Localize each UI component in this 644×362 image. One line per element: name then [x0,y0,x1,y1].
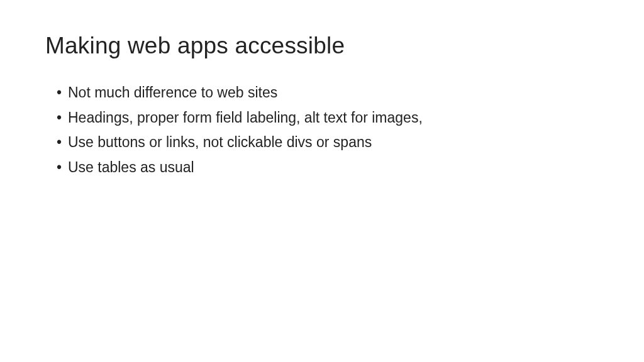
list-item: Use buttons or links, not clickable divs… [57,131,599,154]
list-item: Headings, proper form field labeling, al… [57,107,599,129]
slide-container: Making web apps accessible Not much diff… [0,0,644,362]
list-item: Use tables as usual [57,156,599,179]
bullet-list: Not much difference to web sites Heading… [45,82,599,179]
slide-title: Making web apps accessible [45,33,599,59]
list-item: Not much difference to web sites [57,82,599,104]
